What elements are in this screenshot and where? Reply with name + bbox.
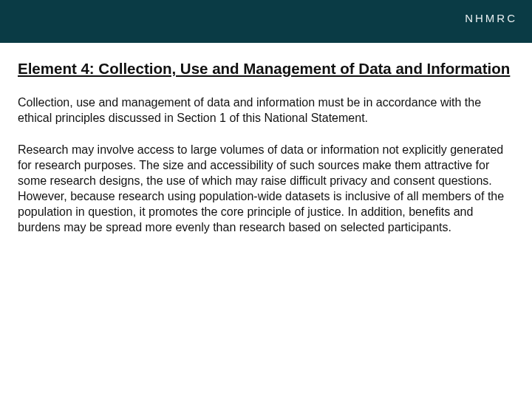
page-title: Element 4: Collection, Use and Managemen… [18,59,511,78]
body-paragraph: Research may involve access to large vol… [18,142,511,236]
brand-label: NHMRC [465,12,517,24]
header-banner: NHMRC [0,0,532,43]
content-area: Element 4: Collection, Use and Managemen… [0,43,532,236]
body-paragraph: Collection, use and management of data a… [18,95,511,126]
slide-page: NHMRC Element 4: Collection, Use and Man… [0,0,532,399]
